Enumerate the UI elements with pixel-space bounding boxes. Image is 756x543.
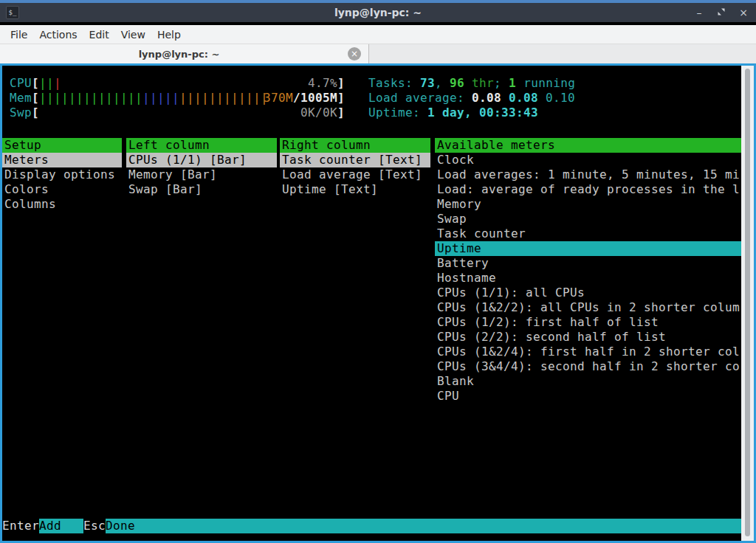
htop-screen: CPU[|||4.7%] Mem[|||||||||||||||||||||||… — [2, 66, 741, 541]
setup-panel-items: MetersDisplay optionsColorsColumns — [2, 153, 122, 212]
left-column-items: CPUs (1/1) [Bar]Memory [Bar]Swap [Bar] — [126, 153, 277, 197]
list-item[interactable]: Swap [Bar] — [126, 182, 277, 197]
list-item[interactable]: Colors — [2, 182, 122, 197]
list-item[interactable]: CPUs (1&2/4): first half in 2 shorter co… — [435, 345, 741, 359]
mem-meter: Mem[|||||||||||||||||||||||||||||||370M/… — [10, 91, 345, 106]
terminal-app-icon: $_ — [6, 6, 19, 19]
right-column-items: Task counter [Text]Load average [Text]Up… — [280, 153, 430, 197]
menu-item[interactable]: Help — [151, 25, 187, 44]
list-item[interactable]: CPUs (1/1): all CPUs — [435, 286, 741, 300]
list-item[interactable]: Uptime — [435, 241, 741, 256]
fbar-done-button[interactable]: Done — [106, 519, 741, 533]
tab-title: lynp@lyn-pc: ~ — [139, 49, 220, 60]
mem-meter-value: 370M/1005M — [264, 91, 337, 106]
available-meters-items: ClockLoad averages: 1 minute, 5 minutes,… — [435, 153, 741, 404]
tab-bar: lynp@lyn-pc: ~ × — [0, 44, 756, 63]
list-item[interactable]: Meters — [2, 153, 122, 167]
tab-close-button[interactable]: × — [348, 47, 361, 60]
swp-meter-label: Swp — [10, 106, 32, 120]
setup-panel: Setup MetersDisplay optionsColorsColumns — [2, 138, 122, 212]
cpu-meter: CPU[|||4.7%] — [10, 76, 345, 91]
fbar-enter-key[interactable]: Enter — [2, 519, 39, 533]
mem-meter-bars: ||||||||||||||||||||||||||||||| — [39, 91, 268, 105]
left-column-panel: Left column CPUs (1/1) [Bar]Memory [Bar]… — [126, 138, 277, 197]
list-item[interactable]: Task counter [Text] — [280, 153, 430, 167]
list-item[interactable]: Swap — [435, 212, 741, 226]
function-bar: Enter Add Esc Done — [2, 519, 741, 533]
list-item[interactable]: CPUs (1&2/2): all CPUs in 2 shorter colu… — [435, 300, 741, 315]
cpu-meter-bars: ||| — [39, 76, 61, 90]
right-column-panel: Right column Task counter [Text]Load ave… — [280, 138, 430, 197]
list-item[interactable]: Load average [Text] — [280, 167, 430, 182]
list-item[interactable]: CPU — [435, 389, 741, 404]
terminal-tab[interactable]: lynp@lyn-pc: ~ × — [0, 44, 369, 63]
panel-header: Available meters — [435, 138, 741, 153]
window-titlebar: $_ lynp@lyn-pc: ~ – × — [0, 0, 756, 22]
available-meters-panel: Available meters ClockLoad averages: 1 m… — [435, 138, 741, 404]
terminal-frame: CPU[|||4.7%] Mem[|||||||||||||||||||||||… — [0, 63, 756, 543]
minimize-button[interactable]: – — [691, 4, 707, 21]
tasks-line: Tasks: 73, 96 thr; 1 running — [368, 76, 575, 91]
scrollbar-thumb[interactable] — [745, 69, 750, 536]
list-item[interactable]: Display options — [2, 167, 122, 182]
close-button[interactable]: × — [735, 4, 752, 21]
list-item[interactable]: Columns — [2, 197, 122, 212]
panel-header: Setup — [2, 138, 122, 153]
list-item[interactable]: Battery — [435, 256, 741, 271]
swp-meter: Swp[0K/0K] — [10, 106, 345, 120]
list-item[interactable]: Hostname — [435, 271, 741, 286]
load-average-line: Load average: 0.08 0.08 0.10 — [368, 91, 575, 106]
uptime-line: Uptime: 1 day, 00:33:43 — [368, 106, 538, 120]
menu-items: FileActionsEditViewHelp — [4, 25, 187, 44]
swp-meter-value: 0K/0K — [300, 106, 337, 120]
fbar-esc-key[interactable]: Esc — [83, 519, 106, 533]
list-item[interactable]: CPUs (1/2): first half of list — [435, 315, 741, 330]
list-item[interactable]: CPUs (3&4/4): second half in 2 shorter c… — [435, 359, 741, 374]
menu-item[interactable]: View — [115, 25, 151, 44]
list-item[interactable]: Task counter — [435, 226, 741, 241]
list-item[interactable]: CPUs (2/2): second half of list — [435, 330, 741, 345]
list-item[interactable]: Clock — [435, 153, 741, 167]
list-item[interactable]: Memory — [435, 197, 741, 212]
list-item[interactable]: Load: average of ready processes in the … — [435, 182, 741, 197]
restore-icon — [717, 7, 726, 16]
list-item[interactable]: Uptime [Text] — [280, 182, 430, 197]
menu-item[interactable]: File — [4, 25, 33, 44]
menu-bar: FileActionsEditViewHelp — [0, 25, 756, 44]
menu-item[interactable]: Edit — [83, 25, 115, 44]
list-item[interactable]: Blank — [435, 374, 741, 389]
list-item[interactable]: CPUs (1/1) [Bar] — [126, 153, 277, 167]
window-title: lynp@lyn-pc: ~ — [0, 7, 756, 18]
fbar-add-button[interactable]: Add — [39, 519, 83, 533]
cpu-meter-value: 4.7% — [308, 76, 337, 91]
menu-item[interactable]: Actions — [33, 25, 83, 44]
list-item[interactable]: Load averages: 1 minute, 5 minutes, 15 m… — [435, 167, 741, 182]
list-item[interactable]: Memory [Bar] — [126, 167, 277, 182]
mem-meter-label: Mem — [10, 91, 32, 105]
scrollbar-track[interactable] — [741, 66, 754, 541]
panel-header: Left column — [126, 138, 277, 153]
panel-header: Right column — [280, 138, 430, 153]
cpu-meter-label: CPU — [10, 76, 32, 90]
restore-button[interactable] — [713, 4, 729, 21]
